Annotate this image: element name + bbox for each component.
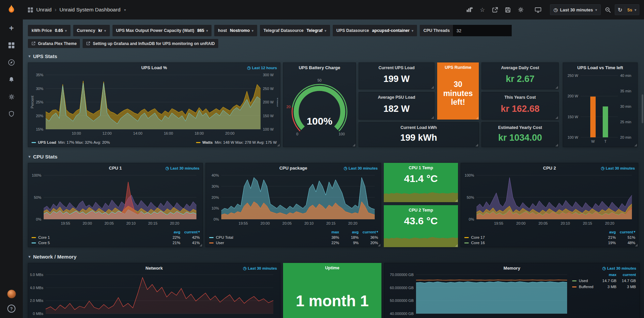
panel-time-range[interactable]: ◷ Last 30 minutes <box>344 166 378 171</box>
svg-text:40.000000 GB: 40.000000 GB <box>390 312 414 316</box>
legend-row[interactable]: Core 1 22% 42% <box>32 235 200 239</box>
panel-title[interactable]: CPU 1 Temp <box>384 163 458 170</box>
breadcrumb-app[interactable]: Unraid <box>36 7 52 13</box>
dashboard-canvas: kWh Price 0.65▾ Currency kr▾ UPS Max Out… <box>23 19 644 318</box>
stat-value: 30 minutes left! <box>437 70 479 120</box>
grafana-logo[interactable] <box>6 4 17 15</box>
legend-item[interactable]: UPS Load Min: 17% Max: 32% Avg: 20% <box>32 140 110 144</box>
cpu-package-chart[interactable]: 40%30%20%10%0%19:5520:0020:0520:1020:152… <box>208 172 379 226</box>
section-cpu-stats[interactable]: ▾ CPU Stats <box>29 154 640 160</box>
panel-title[interactable]: Estimated Yearly Cost <box>482 123 558 130</box>
section-ups-stats[interactable]: ▾ UPS Stats <box>29 53 640 59</box>
ups-load-chart[interactable]: 35%30%25%20%15%300 W250 W200 W150 W100 W… <box>30 72 278 137</box>
panel-ups-battery-charge: UPS Battery Charge 02050100100% <box>283 62 356 147</box>
star-dashboard-button[interactable]: ☆ <box>477 4 488 15</box>
help-icon[interactable]: ? <box>7 305 15 313</box>
panel-memory: Memory ◷ Last 30 minutes 70.000000 GB60.… <box>384 263 640 318</box>
legend-row[interactable]: CPU Total 38% 18% 36% <box>209 235 378 239</box>
svg-text:15%: 15% <box>36 127 43 131</box>
panel-title[interactable]: Average PSU Load <box>359 92 434 100</box>
dashboards-icon[interactable] <box>7 41 15 49</box>
zoom-out-button[interactable] <box>602 4 613 15</box>
svg-text:19:55: 19:55 <box>61 221 70 225</box>
svg-text:20:05: 20:05 <box>539 221 548 225</box>
scrollbar-thumb[interactable] <box>642 94 643 123</box>
grid-icon <box>28 7 33 13</box>
cpu-temp-column: CPU 1 Temp 41.4 °C CPU 2 Temp 43.6 °C <box>384 163 458 247</box>
sidebar: + ? <box>0 0 23 318</box>
user-avatar[interactable] <box>7 289 16 299</box>
legend-row[interactable]: Core 17 21% 51% <box>464 235 635 239</box>
panel-title[interactable]: CPU 2 Temp <box>384 205 458 213</box>
panel-time-range[interactable]: ◷ Last 30 minutes <box>166 166 199 171</box>
panel-title[interactable]: Average Daily Cost <box>482 63 558 70</box>
memory-chart[interactable]: 70.000000 GB60.000000 GB50.000000 GB40.0… <box>386 272 570 318</box>
cpu-package-legend: max avg current▾ CPU Total 38% 18% 36% U… <box>209 230 378 245</box>
breadcrumb-dashboard-title[interactable]: Unraid System Dashboard <box>59 7 121 13</box>
legend-row[interactable]: Used 14.7 GB 14.7 GB <box>572 279 636 283</box>
panel-title[interactable]: Current Load kWh <box>359 123 478 130</box>
battery-gauge-chart[interactable]: 02050100100% <box>286 72 353 144</box>
legend-row[interactable]: Buffered 3 MB 3 MB <box>572 285 636 289</box>
panel-time-range[interactable]: ◷ Last 30 minutes <box>602 266 636 271</box>
share-dashboard-button[interactable] <box>490 4 501 15</box>
stat-value: 182 W <box>359 100 434 119</box>
panel-title[interactable]: Network <box>28 263 280 272</box>
panel-title[interactable]: Uptime <box>283 263 381 270</box>
variable-telegraf-datasource[interactable]: Telegraf Datasource Telegraf▾ <box>260 25 330 36</box>
configuration-gear-icon[interactable] <box>7 93 15 101</box>
cpu-threads-input[interactable] <box>453 25 512 36</box>
chevron-down-icon: ▾ <box>595 8 597 12</box>
panel-time-range[interactable]: ◷ Last 30 minutes <box>243 266 277 271</box>
svg-text:T: T <box>604 139 607 143</box>
dashboard-settings-button[interactable] <box>515 4 526 15</box>
link-ups-monitoring-guide[interactable]: Setting up Grafana and InfluxDB for UPS … <box>83 39 218 48</box>
panel-title[interactable]: UPS Runtime <box>437 62 479 70</box>
sort-caret-icon: ▾ <box>634 230 635 234</box>
panel-title[interactable]: UPS Battery Charge <box>283 63 356 71</box>
panel-time-range[interactable]: ◷ Last 30 minutes <box>601 166 635 171</box>
panel-title[interactable]: UPS Load vs Time left <box>563 63 637 71</box>
link-grafana-plex-theme[interactable]: Grafana Plex Theme <box>28 39 80 48</box>
explore-compass-icon[interactable] <box>7 58 15 66</box>
add-panel-button[interactable] <box>464 4 475 15</box>
chevron-down-icon: ▾ <box>65 29 67 33</box>
legend-row[interactable]: User 22% 9% 20% <box>209 241 378 245</box>
variable-currency[interactable]: Currency kr▾ <box>73 25 110 36</box>
breadcrumb[interactable]: Unraid › Unraid System Dashboard ▾ <box>28 7 126 13</box>
panel-time-range[interactable]: ◷ Last 12 hours <box>247 65 277 70</box>
cpu2-legend: avg current▾ Core 17 21% 51% Core 16 19%… <box>464 230 635 245</box>
panel-title[interactable]: Memory <box>384 263 639 272</box>
cpu1-chart[interactable]: 100%50%0%19:5520:0020:0520:1020:1520:20 <box>30 172 200 226</box>
svg-text:4.0 MBs: 4.0 MBs <box>30 286 43 290</box>
refresh-button[interactable]: ↻ <box>618 7 622 13</box>
server-admin-shield-icon[interactable] <box>7 110 15 118</box>
svg-text:0: 0 <box>296 132 298 136</box>
variable-ups-datasource[interactable]: UPS Datasource apcupsd-container▾ <box>333 25 417 36</box>
panel-title[interactable]: This Years Cost <box>482 92 558 100</box>
variable-host[interactable]: host Nostromo▾ <box>214 25 257 36</box>
variable-kwh-price[interactable]: kWh Price 0.65▾ <box>28 25 71 36</box>
network-chart[interactable]: 6.0 MBs4.0 MBs2.0 MBs0 MBs <box>30 272 277 318</box>
legend-row[interactable]: Core 5 21% 41% <box>32 241 200 245</box>
ups-load-vs-time-chart[interactable]: 250 W200 W150 W100 W40 min35 min30 min25… <box>564 72 636 145</box>
svg-text:20:00: 20:00 <box>516 221 526 225</box>
cpu2-chart[interactable]: 100%50%0%19:5520:0020:0520:1020:1520:20 <box>463 172 636 226</box>
legend-row[interactable]: Core 16 19% 48% <box>464 241 635 245</box>
panel-title[interactable]: UPS Load % <box>28 63 280 71</box>
variable-ups-max-output[interactable]: UPS Max Output Power Capacity (Watt) 865… <box>112 25 212 36</box>
create-icon[interactable]: + <box>7 24 15 32</box>
panel-network: Network ◷ Last 30 minutes 6.0 MBs4.0 MBs… <box>28 263 280 318</box>
section-network-memory[interactable]: ▾ Network / Memory <box>29 254 640 260</box>
alerting-bell-icon[interactable] <box>7 76 15 84</box>
dashboard-links-row: Grafana Plex Theme Setting up Grafana an… <box>28 39 640 48</box>
save-dashboard-button[interactable] <box>502 4 514 15</box>
legend-item[interactable]: Watts Min: 148 W Max: 278 W Avg: 175 W <box>196 140 277 144</box>
cpu-stats-row: CPU 1 ◷ Last 30 minutes 100%50%0%19:5520… <box>28 163 640 247</box>
svg-text:100 W: 100 W <box>567 135 578 139</box>
panel-title[interactable]: Current UPS Load <box>359 63 434 70</box>
svg-text:30%: 30% <box>212 184 219 188</box>
refresh-interval-picker[interactable]: 5s <box>628 7 632 12</box>
cycle-view-button[interactable] <box>533 4 544 15</box>
time-range-picker[interactable]: ◷ Last 30 minutes ▾ <box>550 4 601 15</box>
